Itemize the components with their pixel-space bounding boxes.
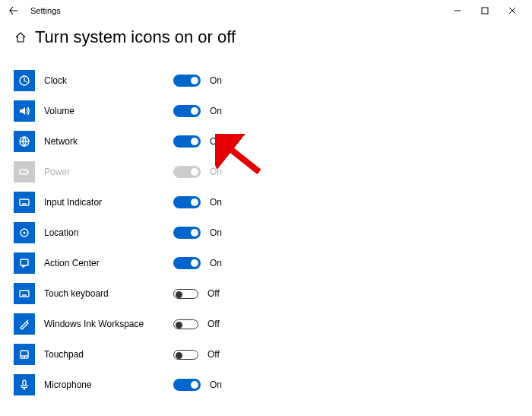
svg-rect-5 xyxy=(27,171,29,173)
toggle-windows-ink[interactable] xyxy=(173,319,198,329)
svg-rect-4 xyxy=(20,170,27,174)
toggle-microphone[interactable] xyxy=(173,379,201,391)
svg-point-12 xyxy=(24,232,26,234)
keyboard-icon xyxy=(14,283,35,304)
window-title: Settings xyxy=(30,6,61,15)
toggle-group-windows-ink: Off xyxy=(173,319,220,329)
toggle-group-input-indicator: On xyxy=(173,196,222,208)
toggle-input-indicator[interactable] xyxy=(173,196,201,208)
network-icon xyxy=(14,131,35,152)
toggle-state-volume: On xyxy=(210,106,222,116)
row-touchpad: TouchpadOff xyxy=(14,339,518,370)
toggle-group-volume: On xyxy=(173,105,222,117)
label-volume: Volume xyxy=(44,106,158,116)
row-microphone: MicrophoneOn xyxy=(14,370,518,400)
toggle-group-power: On xyxy=(173,166,222,178)
svg-rect-1 xyxy=(482,8,488,14)
toggle-state-input-indicator: On xyxy=(210,197,222,208)
clock-icon xyxy=(14,70,35,91)
row-network: NetworkOn xyxy=(14,126,518,157)
label-network: Network xyxy=(44,136,158,147)
touchpad-icon xyxy=(14,344,35,365)
label-power: Power xyxy=(44,167,158,177)
action-icon xyxy=(14,252,35,274)
label-microphone: Microphone xyxy=(44,379,158,390)
row-input-indicator: Input IndicatorOn xyxy=(14,187,518,218)
input-icon xyxy=(14,192,35,213)
row-touch-keyboard: Touch keyboardOff xyxy=(14,278,518,309)
toggle-power xyxy=(173,166,201,178)
label-input-indicator: Input Indicator xyxy=(44,197,158,208)
maximize-button[interactable] xyxy=(471,2,499,20)
page-header: Turn system icons on or off xyxy=(0,21,532,52)
toggle-network[interactable] xyxy=(173,135,201,148)
row-volume: VolumeOn xyxy=(14,96,518,126)
label-location: Location xyxy=(44,227,158,238)
svg-rect-14 xyxy=(20,291,29,297)
toggle-state-touch-keyboard: Off xyxy=(207,288,220,299)
home-icon[interactable] xyxy=(14,30,27,44)
toggle-state-action-center: On xyxy=(210,258,222,268)
row-power: PowerOn xyxy=(14,157,518,187)
svg-rect-19 xyxy=(23,380,26,386)
row-windows-ink: Windows Ink WorkspaceOff xyxy=(14,309,518,339)
toggle-action-center[interactable] xyxy=(173,257,201,269)
toggle-location[interactable] xyxy=(173,227,201,239)
toggle-touch-keyboard[interactable] xyxy=(173,289,198,299)
titlebar: Settings xyxy=(0,0,532,21)
toggle-state-network: On xyxy=(210,136,222,147)
toggle-group-microphone: On xyxy=(173,379,222,391)
toggle-group-location: On xyxy=(173,227,222,239)
toggle-group-network: On xyxy=(173,135,222,148)
toggle-group-action-center: On xyxy=(173,257,222,269)
toggle-touchpad[interactable] xyxy=(173,350,198,360)
microphone-icon xyxy=(14,374,35,395)
system-icons-list: ClockOnVolumeOnNetworkOnPowerOnInput Ind… xyxy=(0,52,532,400)
toggle-clock[interactable] xyxy=(173,75,201,87)
toggle-state-microphone: On xyxy=(210,379,222,390)
power-icon xyxy=(14,161,35,183)
toggle-state-windows-ink: Off xyxy=(207,319,220,329)
toggle-group-touch-keyboard: Off xyxy=(173,288,220,299)
svg-rect-6 xyxy=(20,199,29,205)
label-clock: Clock xyxy=(44,75,158,86)
row-clock: ClockOn xyxy=(14,65,518,96)
minimize-button[interactable] xyxy=(444,2,471,20)
toggle-group-touchpad: Off xyxy=(173,349,220,360)
toggle-volume[interactable] xyxy=(173,105,201,117)
location-icon xyxy=(14,222,35,243)
toggle-group-clock: On xyxy=(173,75,222,87)
row-location: LocationOn xyxy=(14,218,518,248)
back-button[interactable] xyxy=(6,3,21,18)
close-button[interactable] xyxy=(499,2,526,20)
label-action-center: Action Center xyxy=(44,258,158,268)
label-windows-ink: Windows Ink Workspace xyxy=(44,319,158,329)
row-action-center: Action CenterOn xyxy=(14,248,518,278)
svg-rect-13 xyxy=(21,259,28,265)
label-touchpad: Touchpad xyxy=(44,349,158,360)
volume-icon xyxy=(14,100,35,122)
toggle-state-clock: On xyxy=(210,75,222,86)
toggle-state-power: On xyxy=(210,167,222,177)
page-title: Turn system icons on or off xyxy=(35,27,236,47)
toggle-state-touchpad: Off xyxy=(207,349,220,360)
label-touch-keyboard: Touch keyboard xyxy=(44,288,158,299)
ink-icon xyxy=(14,313,35,335)
toggle-state-location: On xyxy=(210,227,222,238)
